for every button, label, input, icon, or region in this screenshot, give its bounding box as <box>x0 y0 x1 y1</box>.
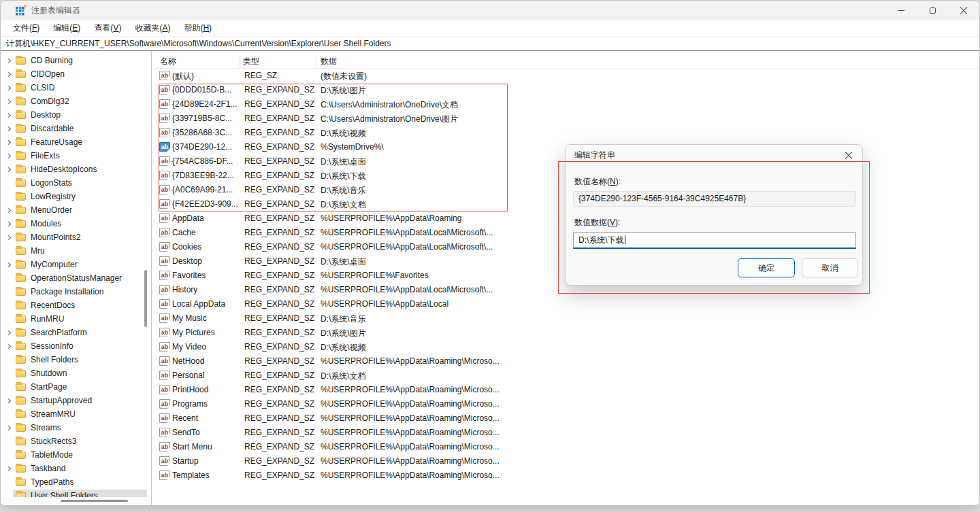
registry-value-row[interactable]: ab My Music REG_EXPAND_SZ D:\系统\音乐 <box>152 311 979 326</box>
minimize-button[interactable] <box>885 1 917 20</box>
cancel-button[interactable]: 取消 <box>802 258 858 277</box>
tree-item[interactable]: Shell Folders <box>1 353 147 366</box>
chevron-right-icon[interactable] <box>5 112 12 119</box>
address-input[interactable] <box>1 38 979 52</box>
tree-item[interactable]: Taskband <box>1 462 147 475</box>
menu-item[interactable]: 编辑(E) <box>46 20 87 36</box>
tree-item[interactable]: StartupApproved <box>1 394 147 407</box>
chevron-right-icon[interactable] <box>5 424 12 432</box>
tree-item[interactable]: SessionInfo <box>1 339 147 353</box>
chevron-right-icon[interactable] <box>5 261 12 269</box>
registry-value-row[interactable]: ab {339719B5-8C... REG_EXPAND_SZ C:\User… <box>152 112 979 126</box>
registry-value-row[interactable]: ab {24D89E24-2F1... REG_EXPAND_SZ C:\Use… <box>152 97 979 112</box>
tree-item[interactable]: Desktop <box>1 108 147 122</box>
value-data-input[interactable]: D:\系统\下载 <box>573 232 856 249</box>
registry-value-row[interactable]: ab PrintHood REG_EXPAND_SZ %USERPROFILE%… <box>152 383 979 397</box>
registry-value-row[interactable]: ab {0DDD015D-B... REG_EXPAND_SZ D:\系统\图片 <box>152 83 979 97</box>
menu-item[interactable]: 收藏夹(A) <box>128 20 177 36</box>
chevron-right-icon[interactable] <box>5 343 12 350</box>
tree-item[interactable]: StuckRects3 <box>1 434 147 448</box>
chevron-right-icon[interactable] <box>5 220 12 228</box>
registry-value-row[interactable]: ab Personal REG_EXPAND_SZ D:\系统\文档 <box>152 369 979 383</box>
tree-item[interactable]: HideDesktopIcons <box>1 163 147 176</box>
registry-value-row[interactable]: ab My Video REG_EXPAND_SZ D:\系统\视频 <box>152 340 979 354</box>
dialog-close-icon[interactable] <box>844 150 853 160</box>
registry-value-row[interactable]: ab Recent REG_EXPAND_SZ %USERPROFILE%\Ap… <box>152 411 979 426</box>
ok-button[interactable]: 确定 <box>738 258 795 277</box>
column-header-data[interactable]: 数据 <box>321 56 337 67</box>
chevron-right-icon[interactable] <box>5 383 12 391</box>
chevron-right-icon[interactable] <box>5 411 12 418</box>
tree-item[interactable]: MountPoints2 <box>1 231 147 244</box>
registry-value-row[interactable]: ab Programs REG_EXPAND_SZ %USERPROFILE%\… <box>152 397 979 411</box>
chevron-right-icon[interactable] <box>5 356 12 364</box>
tree-item[interactable]: FileExts <box>1 149 147 163</box>
registry-value-row[interactable]: ab {35286A68-3C... REG_EXPAND_SZ D:\系统\视… <box>152 126 979 140</box>
tree-item[interactable]: ComDlg32 <box>1 95 147 108</box>
chevron-right-icon[interactable] <box>5 451 12 459</box>
registry-value-row[interactable]: ab Startup REG_EXPAND_SZ %USERPROFILE%\A… <box>152 454 979 468</box>
chevron-right-icon[interactable] <box>5 438 12 445</box>
tree-item[interactable]: StartPage <box>1 380 147 394</box>
chevron-right-icon[interactable] <box>5 125 12 133</box>
chevron-right-icon[interactable] <box>5 139 12 146</box>
menu-item[interactable]: 查看(V) <box>87 20 128 36</box>
chevron-right-icon[interactable] <box>5 166 12 173</box>
menu-item[interactable]: 文件(F) <box>6 20 46 36</box>
chevron-right-icon[interactable] <box>5 207 12 214</box>
chevron-right-icon[interactable] <box>5 465 12 473</box>
menu-item[interactable]: 帮助(H) <box>177 20 218 36</box>
registry-value-row[interactable]: ab Local AppData REG_EXPAND_SZ %USERPROF… <box>152 297 979 311</box>
chevron-right-icon[interactable] <box>5 275 12 282</box>
tree-item[interactable]: CD Burning <box>1 54 147 67</box>
tree-item[interactable]: CLSID <box>1 81 147 95</box>
tree-item[interactable]: FeatureUsage <box>1 135 147 149</box>
chevron-right-icon[interactable] <box>5 288 12 296</box>
registry-value-row[interactable]: ab Templates REG_EXPAND_SZ %USERPROFILE%… <box>152 468 979 483</box>
tree-item[interactable]: SearchPlatform <box>1 326 147 339</box>
tree-item[interactable]: TabletMode <box>1 448 147 462</box>
tree-item[interactable]: StreamMRU <box>1 407 147 421</box>
tree-item[interactable]: MenuOrder <box>1 203 147 217</box>
chevron-right-icon[interactable] <box>5 370 12 377</box>
tree-item[interactable]: LowRegistry <box>1 190 147 203</box>
registry-value-row[interactable]: ab Start Menu REG_EXPAND_SZ %USERPROFILE… <box>152 440 979 454</box>
value-name-field[interactable]: {374DE290-123F-4565-9164-39C4925E467B} <box>573 191 856 207</box>
column-separator[interactable] <box>240 55 240 67</box>
close-button[interactable] <box>948 1 979 20</box>
tree-horizontal-scrollbar[interactable] <box>61 500 128 502</box>
column-header-name[interactable]: 名称 <box>160 56 176 67</box>
maximize-button[interactable] <box>917 1 948 20</box>
chevron-right-icon[interactable] <box>5 234 12 241</box>
chevron-right-icon[interactable] <box>5 98 12 105</box>
chevron-right-icon[interactable] <box>5 57 12 65</box>
chevron-right-icon[interactable] <box>5 315 12 323</box>
tree-item[interactable]: TypedPaths <box>1 475 147 489</box>
column-separator[interactable] <box>316 55 316 67</box>
registry-value-row[interactable]: ab SendTo REG_EXPAND_SZ %USERPROFILE%\Ap… <box>152 426 979 440</box>
column-header-type[interactable]: 类型 <box>243 56 259 67</box>
tree-item[interactable]: RecentDocs <box>1 298 147 312</box>
chevron-right-icon[interactable] <box>5 248 12 255</box>
tree-item[interactable]: CIDOpen <box>1 67 147 81</box>
tree-vertical-scrollbar[interactable] <box>144 270 147 327</box>
chevron-right-icon[interactable] <box>5 302 12 309</box>
chevron-right-icon[interactable] <box>5 193 12 201</box>
tree-item[interactable]: MyComputer <box>1 258 147 271</box>
tree-item[interactable]: LogonStats <box>1 176 147 190</box>
tree-item[interactable]: Mru <box>1 244 147 258</box>
tree-item[interactable]: Package Installation <box>1 285 147 298</box>
tree-item[interactable]: Shutdown <box>1 366 147 380</box>
chevron-right-icon[interactable] <box>5 479 12 486</box>
chevron-right-icon[interactable] <box>5 71 12 78</box>
chevron-right-icon[interactable] <box>5 397 12 405</box>
tree-item[interactable]: Modules <box>1 217 147 231</box>
chevron-right-icon[interactable] <box>5 84 12 92</box>
registry-value-row[interactable]: ab (默认) REG_SZ (数值未设置) <box>152 69 979 83</box>
tree-item[interactable]: OperationStatusManager <box>1 271 147 285</box>
chevron-right-icon[interactable] <box>5 180 12 187</box>
registry-value-row[interactable]: ab NetHood REG_EXPAND_SZ %USERPROFILE%\A… <box>152 354 979 369</box>
tree-item[interactable]: Streams <box>1 421 147 434</box>
chevron-right-icon[interactable] <box>5 329 12 337</box>
registry-value-row[interactable]: ab My Pictures REG_EXPAND_SZ D:\系统\图片 <box>152 326 979 340</box>
